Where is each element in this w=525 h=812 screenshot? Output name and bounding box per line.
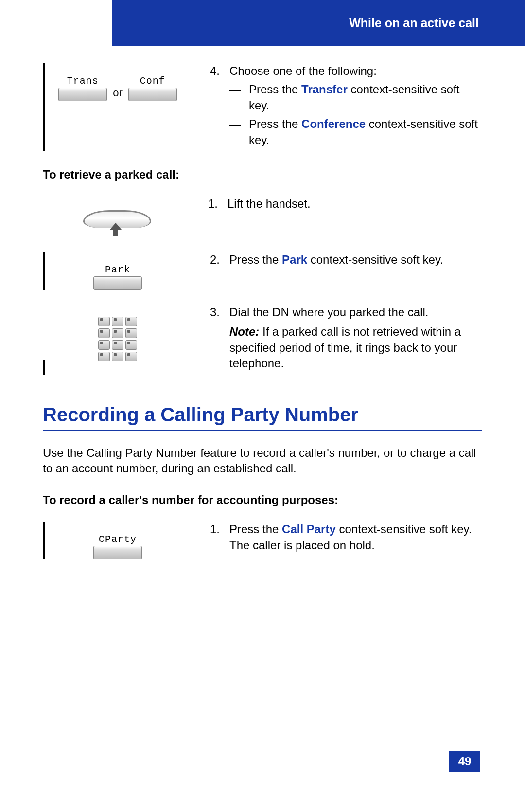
step-4-lead: Choose one of the following: <box>229 63 482 79</box>
t: Press the <box>229 253 282 266</box>
num: 1. <box>208 196 228 212</box>
softkey-conf-label: Conf <box>140 75 165 87</box>
t: Press the <box>249 117 301 130</box>
keypad-icon <box>98 317 137 361</box>
softkey-trans-label: Trans <box>67 75 99 87</box>
spacer <box>43 196 48 237</box>
softkey-park-button <box>93 276 142 290</box>
change-bar <box>43 63 50 151</box>
section-rule <box>43 430 482 431</box>
body: Lift the handset. <box>228 196 482 212</box>
softkeys-trans-conf: Trans or Conf <box>50 63 186 101</box>
record-step-1-text: 1. Press the Call Party context-sensitiv… <box>186 522 482 556</box>
softkey-conf-button <box>128 88 177 101</box>
document-page: While on an active call Trans or Conf <box>0 0 525 812</box>
keypad-col <box>50 305 186 361</box>
or-text: or <box>113 87 122 99</box>
handset-icon-col <box>48 196 184 237</box>
dash: — <box>229 116 249 148</box>
record-intro: Use the Calling Party Number feature to … <box>43 445 482 477</box>
retrieve-heading: To retrieve a parked call: <box>43 168 482 181</box>
softkey-cparty-label: CParty <box>99 534 137 545</box>
retrieve-step-2-text: 2. Press the Park context-sensitive soft… <box>186 252 482 271</box>
body: Press the Call Party context-sensitive s… <box>229 522 482 553</box>
section-title-recording: Recording a Calling Party Number <box>43 404 482 426</box>
note-label: Note: <box>229 325 259 338</box>
note-body: If a parked call is not retrieved within… <box>229 325 461 370</box>
record-step-1: CParty 1. Press the Call Party context-s… <box>43 522 482 559</box>
page-content: Trans or Conf 4. Choose one of the follo… <box>43 63 482 574</box>
num: 2. <box>210 252 229 268</box>
softkey-cparty: CParty <box>93 534 142 559</box>
step-4-number: 4. <box>210 63 229 79</box>
softkey-group: Trans or Conf <box>58 75 177 101</box>
page-number: 49 <box>449 751 480 772</box>
transfer-key: Transfer <box>301 83 348 96</box>
softkey-cparty-button <box>93 546 142 559</box>
call-party-key: Call Party <box>282 523 336 536</box>
header-title: While on an active call <box>349 16 479 30</box>
change-bar <box>43 252 50 290</box>
change-bar <box>43 360 50 375</box>
softkey-conf: Conf <box>128 75 177 101</box>
softkey-cparty-col: CParty <box>50 522 186 559</box>
park-key: Park <box>282 253 307 266</box>
softkey-park-label: Park <box>105 264 130 275</box>
retrieve-step-2: Park 2. Press the Park context-sensitive… <box>43 252 482 290</box>
conference-key: Conference <box>301 117 366 130</box>
body: Dial the DN where you parked the call. N… <box>229 305 482 372</box>
t: Press the <box>229 523 282 536</box>
dash: — <box>229 82 249 113</box>
num: 3. <box>210 305 229 372</box>
softkey-trans-button <box>58 88 107 101</box>
body: Press the Park context-sensitive soft ke… <box>229 252 482 268</box>
t: context-sensitive soft key. <box>307 253 443 266</box>
step-4-opt2: Press the Conference context-sensitive s… <box>249 116 482 148</box>
step-4-row: Trans or Conf 4. Choose one of the follo… <box>43 63 482 151</box>
num: 1. <box>210 522 229 553</box>
softkey-trans: Trans <box>58 75 107 101</box>
retrieve-step-3: 3. Dial the DN where you parked the call… <box>43 305 482 375</box>
retrieve-step-1-text: 1. Lift the handset. <box>184 196 482 215</box>
softkey-park-col: Park <box>50 252 186 290</box>
step-4-text: 4. Choose one of the following: — Press … <box>186 63 482 151</box>
t: Press the <box>249 83 301 96</box>
record-subhead: To record a caller's number for accounti… <box>43 493 482 507</box>
retrieve-step-3-text: 3. Dial the DN where you parked the call… <box>186 305 482 375</box>
handset-lift-icon <box>79 208 152 237</box>
change-bar <box>43 522 50 559</box>
retrieve-step-1: 1. Lift the handset. <box>43 196 482 237</box>
page-header: While on an active call <box>112 0 525 46</box>
dial-text: Dial the DN where you parked the call. <box>229 305 482 320</box>
note: Note: If a parked call is not retrieved … <box>229 324 482 371</box>
step-4-opt1: Press the Transfer context-sensitive sof… <box>249 82 482 113</box>
softkey-park: Park <box>93 264 142 290</box>
